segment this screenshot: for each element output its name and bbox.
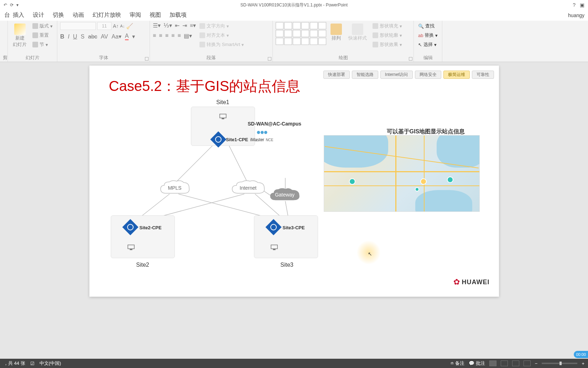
language-label[interactable]: 中文(中国) (40, 360, 61, 367)
nav-pill-reliability[interactable]: 可靠性 (472, 71, 494, 79)
find-button[interactable]: 🔍 查找 (417, 22, 439, 30)
zoom-slider[interactable] (542, 363, 577, 364)
char-spacing-button[interactable]: AV (101, 34, 108, 40)
shadow-button[interactable]: S (81, 34, 85, 40)
align-text-button[interactable]: 对齐文本▾ (198, 31, 245, 39)
tab-design[interactable]: 设计 (28, 10, 48, 20)
tab-addins[interactable]: 加载项 (165, 10, 191, 20)
site2-box: Site2-CPE (111, 215, 175, 258)
text-direction-button[interactable]: 文字方向▾ (198, 22, 245, 30)
tab-transitions[interactable]: 切换 (48, 10, 68, 20)
spellcheck-icon[interactable]: ☑ (30, 361, 35, 366)
slide-count-label: ，共 44 张 (4, 360, 25, 367)
change-case-button[interactable]: Aa▾ (111, 33, 121, 40)
nav-pill-security[interactable]: 网络安全 (415, 71, 441, 79)
status-bar: ，共 44 张 ☑ 中文(中国) ≐ 备注 💬 批注 − + (0, 359, 588, 368)
font-dialog-launcher[interactable] (145, 57, 149, 61)
replace-icon: ab (418, 33, 423, 38)
ribbon-display-icon[interactable]: ▣ (580, 2, 584, 8)
account-name[interactable]: huangy (568, 12, 588, 18)
tab-insert[interactable]: 插入 (9, 10, 28, 20)
help-icon[interactable]: ? (573, 2, 576, 8)
font-name-combo[interactable] (60, 22, 96, 30)
decrease-indent-button[interactable]: ⇤ (175, 22, 179, 29)
drawing-dialog-launcher[interactable] (409, 57, 412, 61)
tab-review[interactable]: 审阅 (125, 10, 145, 20)
font-size-combo[interactable]: 11 (97, 22, 111, 30)
replace-button[interactable]: ab 替换▾ (417, 31, 439, 39)
network-diagram: Site1 Site1-CPE Site2-CPE Site2 Site3-CP… (107, 101, 328, 276)
increase-indent-button[interactable]: ⇥ (182, 22, 187, 29)
zoom-out-button[interactable]: − (535, 361, 538, 366)
shape-outline-button[interactable]: 形状轮廓▾ (371, 31, 404, 39)
normal-view-button[interactable] (489, 361, 496, 366)
arrange-button[interactable]: 排列 (328, 22, 344, 43)
notes-button[interactable]: ≐ 备注 (450, 360, 465, 367)
reading-view-button[interactable] (512, 361, 519, 366)
clear-format-icon[interactable]: 🧹 (126, 23, 133, 30)
quick-styles-button[interactable]: 快速样式 (346, 22, 369, 43)
imaster-dots-icon: ●●● (250, 128, 274, 136)
group-clipboard-edge: 剪 (0, 21, 8, 62)
repeat-icon[interactable]: ⟳ (10, 2, 14, 7)
layout-button[interactable]: 版式▾ (31, 22, 54, 30)
sorter-view-button[interactable] (501, 361, 508, 366)
window-title: SD-WAN V100R019C10演示指导V1.1.pptx - PowerP… (240, 2, 348, 8)
tab-view[interactable]: 视图 (145, 10, 165, 20)
pc-icon (219, 113, 227, 120)
select-button[interactable]: ↖ 选择▾ (417, 41, 439, 48)
arrange-icon (331, 24, 342, 35)
align-right-button[interactable]: ≡ (165, 32, 168, 39)
tab-home-edge[interactable]: 台 (0, 10, 9, 20)
undo-icon[interactable]: ↶ (4, 2, 7, 7)
reset-icon (32, 32, 38, 38)
nav-pill-internet[interactable]: Internet访问 (380, 71, 413, 79)
paragraph-dialog-launcher[interactable] (268, 57, 271, 61)
strikethrough-button[interactable]: abc (88, 34, 97, 40)
convert-smartart-button[interactable]: 转换为 SmartArt▾ (198, 41, 245, 48)
map-caption: 可以基于GIS地图显示站点信息 (387, 128, 465, 136)
new-slide-button[interactable]: 新建 幻灯片 (11, 22, 29, 49)
underline-button[interactable]: U (73, 34, 77, 40)
nav-pill-ops[interactable]: 极简运维 (443, 71, 470, 79)
align-left-button[interactable]: ≡ (153, 32, 156, 39)
font-color-button[interactable]: A (125, 33, 129, 40)
numbering-button[interactable]: ⅓▾ (163, 22, 172, 29)
bold-button[interactable]: B (60, 34, 64, 40)
site3-box: Site3-CPE (254, 215, 318, 258)
tab-animations[interactable]: 动画 (68, 10, 88, 20)
find-icon: 🔍 (418, 24, 424, 29)
align-text-icon (199, 32, 205, 38)
slideshow-view-button[interactable] (524, 361, 531, 366)
section-button[interactable]: 节▾ (31, 41, 54, 48)
zoom-in-button[interactable]: + (582, 361, 584, 366)
smartart-icon (199, 42, 205, 47)
shape-effects-icon (373, 42, 378, 47)
italic-button[interactable]: I (68, 34, 69, 40)
shape-fill-button[interactable]: 形状填充▾ (371, 22, 404, 30)
reset-button[interactable]: 重置 (31, 31, 54, 39)
columns-button[interactable]: ▤▾ (184, 32, 192, 39)
qat-dropdown-icon[interactable]: ▾ (16, 2, 19, 7)
distribute-button[interactable]: ≡ (177, 32, 181, 39)
justify-button[interactable]: ≡ (171, 32, 175, 39)
line-spacing-button[interactable]: ≡▾ (190, 22, 196, 29)
comments-button[interactable]: 💬 批注 (469, 360, 485, 367)
shape-effects-button[interactable]: 形状效果▾ (371, 41, 404, 48)
nav-pills: 快速部署 智能选路 Internet访问 网络安全 极简运维 可靠性 (323, 71, 494, 79)
decrease-font-icon[interactable]: A↓ (120, 24, 125, 28)
align-center-button[interactable]: ≡ (159, 32, 162, 39)
internet-cloud: Internet (230, 179, 266, 197)
slide-stage: Case5.2：基于GIS的站点信息 快速部署 智能选路 Internet访问 … (0, 62, 588, 359)
site1-label: Site1 (205, 99, 241, 106)
shapes-gallery[interactable] (276, 22, 326, 45)
cursor-icon: ↖ (368, 251, 372, 257)
bullets-button[interactable]: ☰▾ (153, 22, 161, 29)
increase-font-icon[interactable]: A↑ (113, 23, 119, 29)
site2-cpe-label: Site2-CPE (140, 225, 162, 230)
nav-pill-deploy[interactable]: 快速部署 (323, 71, 350, 79)
shape-outline-icon (373, 32, 378, 38)
nav-pill-routing[interactable]: 智能选路 (352, 71, 378, 79)
slide-canvas[interactable]: Case5.2：基于GIS的站点信息 快速部署 智能选路 Internet访问 … (89, 66, 499, 297)
tab-slideshow[interactable]: 幻灯片放映 (88, 10, 125, 20)
